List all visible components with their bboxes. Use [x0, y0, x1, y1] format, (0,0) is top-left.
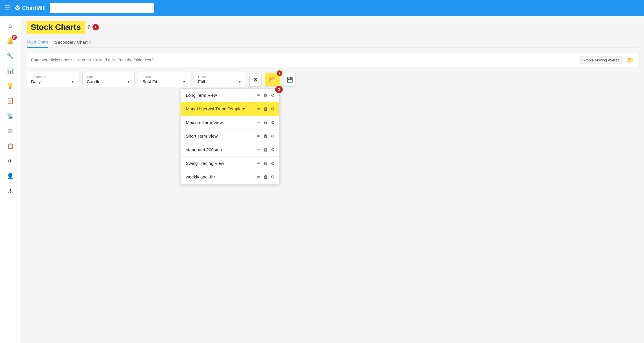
edit-icon-long-term[interactable]: ✏: [257, 93, 261, 98]
long-term-view-actions: ✏ 🗑 ⚙: [257, 93, 275, 98]
mark-minervini-label: Mark Minervini Trend Template: [186, 106, 257, 111]
dropdown-item-medium-term-view[interactable]: Medium Term View ✏ 🗑 ⚙: [181, 116, 279, 129]
long-term-view-label: Long Term View: [186, 93, 257, 98]
settings-icon-swing[interactable]: ⚙: [271, 161, 275, 166]
delete-icon-medium-term[interactable]: 🗑: [264, 120, 268, 125]
page-title: Stock Charts: [27, 21, 85, 34]
tab-main-chart-label: Main Chart: [27, 39, 48, 44]
sidebar-item-home[interactable]: ⌂: [3, 19, 17, 32]
sidebar-item-screener[interactable]: 📋: [3, 94, 17, 108]
period-arrow-icon: ▼: [182, 80, 186, 84]
period-control[interactable]: Period Best Fit ▼: [138, 72, 190, 87]
settings-icon-medium-term[interactable]: ⚙: [271, 120, 275, 125]
delete-icon-mark-minervini[interactable]: 🗑: [264, 106, 268, 111]
sidebar-item-watchlist[interactable]: 📋: [3, 139, 17, 153]
page-notif-badge: 1: [92, 24, 99, 30]
dropdown-item-long-term-view[interactable]: Long Term View ✏ 🗑 ⚙: [181, 89, 279, 102]
short-term-view-label: Short Term View: [186, 134, 257, 138]
sidebar-item-tools[interactable]: 🔧: [3, 49, 17, 63]
type-control[interactable]: Type Candles ▼: [82, 72, 135, 87]
swing-trading-view-actions: ✏ 🗑 ⚙: [257, 161, 275, 166]
dropdown-item-standaard-200sma[interactable]: standaard 200sma ✏ 🗑 ⚙: [181, 143, 279, 157]
swing-trading-view-label: Swing Trading View: [186, 161, 257, 166]
controls-row: Timeframe Daily ▼ Type Candles ▼ Period …: [27, 72, 638, 87]
dropdown-item-mark-minervini[interactable]: Mark Minervini Trend Template ✏ 🗑 ⚙: [181, 102, 279, 116]
notification-badge: 17: [12, 35, 17, 40]
edit-icon-standaard[interactable]: ✏: [257, 147, 261, 152]
weekly-4hr-actions: ✏ 🗑 ⚙: [257, 174, 275, 180]
delete-icon-weekly[interactable]: 🗑: [264, 174, 268, 179]
type-value: Candles: [87, 79, 103, 84]
tab-secondary-chart-label: Secondary Chart: [55, 40, 88, 45]
edit-icon-weekly[interactable]: ✏: [257, 174, 261, 180]
help-icon[interactable]: ?: [87, 24, 90, 30]
dropdown-item-swing-trading-view[interactable]: Swing Trading View ✏ 🗑 ⚙: [181, 157, 279, 170]
type-arrow-icon: ▼: [127, 80, 130, 84]
standaard-200sma-label: standaard 200sma: [186, 147, 257, 152]
medium-term-view-label: Medium Term View: [186, 120, 257, 125]
timeframe-arrow-icon: ▼: [71, 80, 75, 84]
edit-icon-mark-minervini[interactable]: ✏: [257, 106, 261, 112]
search-input[interactable]: [50, 3, 154, 13]
sidebar-item-charts[interactable]: 📊: [3, 64, 17, 78]
sma-label: Simple Moving Averag: [579, 56, 623, 64]
settings-icon-long-term[interactable]: ⚙: [271, 93, 275, 98]
lines-label: Lines: [198, 75, 242, 79]
period-value: Best Fit: [142, 79, 157, 84]
sidebar-item-portfolio[interactable]: ✈: [3, 154, 17, 168]
lines-control[interactable]: Lines Full ▼: [194, 72, 246, 87]
folder-icon-btn[interactable]: 📁: [627, 56, 634, 63]
standaard-200sma-actions: ✏ 🗑 ⚙: [257, 147, 275, 152]
dropdown-item-weekly-4hr[interactable]: weekly and 4hr ✏ 🗑 ⚙: [181, 170, 279, 184]
timeframe-control[interactable]: Timeframe Daily ▼: [27, 72, 79, 87]
sidebar: ⌂ 🔔 17 🔧 📊 💡 📋 📡 📰 📋 ✈ 👤 ⚠: [0, 16, 21, 343]
settings-icon-weekly[interactable]: ⚙: [271, 174, 275, 180]
weekly-4hr-label: weekly and 4hr: [186, 174, 257, 179]
period-label: Period: [142, 75, 186, 79]
settings-icon-short-term[interactable]: ⚙: [271, 134, 275, 139]
tabs: Main Chart Secondary Chart ℹ: [27, 37, 638, 48]
lines-arrow-icon: ▼: [238, 80, 242, 84]
navbar: ☰ ⚙ ChartMill: [0, 0, 644, 16]
delete-icon-short-term[interactable]: 🗑: [264, 134, 268, 138]
folder-btn-container: 📂 2 3 Long Term View ✏ 🗑 ⚙ Mark Minervin…: [265, 73, 280, 87]
short-term-view-actions: ✏ 🗑 ⚙: [257, 134, 275, 139]
sidebar-item-notifications[interactable]: 🔔 17: [3, 34, 17, 48]
edit-icon-medium-term[interactable]: ✏: [257, 120, 261, 125]
settings-icon-standaard[interactable]: ⚙: [271, 147, 275, 152]
ticker-input[interactable]: [31, 58, 624, 62]
save-button[interactable]: 💾: [284, 73, 296, 87]
settings-icon-mark-minervini[interactable]: ⚙: [271, 106, 275, 112]
sidebar-item-profile[interactable]: 👤: [3, 169, 17, 183]
delete-icon-long-term[interactable]: 🗑: [264, 93, 268, 98]
tab-info-icon: ℹ: [89, 40, 91, 44]
lines-value-row: Full ▼: [198, 79, 242, 84]
sidebar-item-ideas[interactable]: 💡: [3, 79, 17, 93]
mark-minervini-actions: ✏ 🗑 ⚙: [257, 106, 275, 112]
edit-icon-swing[interactable]: ✏: [257, 161, 261, 166]
timeframe-value-row: Daily ▼: [31, 79, 75, 84]
folder-badge: 2: [277, 70, 282, 76]
gear-icon: ⚙: [14, 4, 21, 12]
delete-icon-standaard[interactable]: 🗑: [264, 147, 268, 152]
logo: ⚙ ChartMill: [14, 4, 46, 12]
tab-main-chart[interactable]: Main Chart: [27, 37, 48, 48]
sidebar-item-blog[interactable]: 📡: [3, 109, 17, 123]
period-value-row: Best Fit ▼: [142, 79, 186, 84]
sidebar-item-news[interactable]: 📰: [3, 124, 17, 138]
ticker-area: Simple Moving Averag 📁: [27, 53, 638, 67]
page-title-area: Stock Charts ? 1: [27, 21, 638, 34]
timeframe-label: Timeframe: [31, 75, 75, 79]
menu-icon[interactable]: ☰: [5, 4, 10, 12]
type-value-row: Candles ▼: [87, 79, 130, 84]
sidebar-item-alerts[interactable]: ⚠: [3, 184, 17, 198]
settings-button[interactable]: ⚙: [249, 73, 262, 87]
tab-secondary-chart[interactable]: Secondary Chart ℹ: [55, 37, 91, 48]
timeframe-value: Daily: [31, 79, 41, 84]
edit-icon-short-term[interactable]: ✏: [257, 134, 261, 139]
delete-icon-swing[interactable]: 🗑: [264, 161, 268, 166]
dropdown-red-badge: 3: [275, 86, 283, 93]
lines-value: Full: [198, 79, 205, 84]
dropdown-item-short-term-view[interactable]: Short Term View ✏ 🗑 ⚙: [181, 129, 279, 143]
type-label: Type: [87, 75, 130, 79]
